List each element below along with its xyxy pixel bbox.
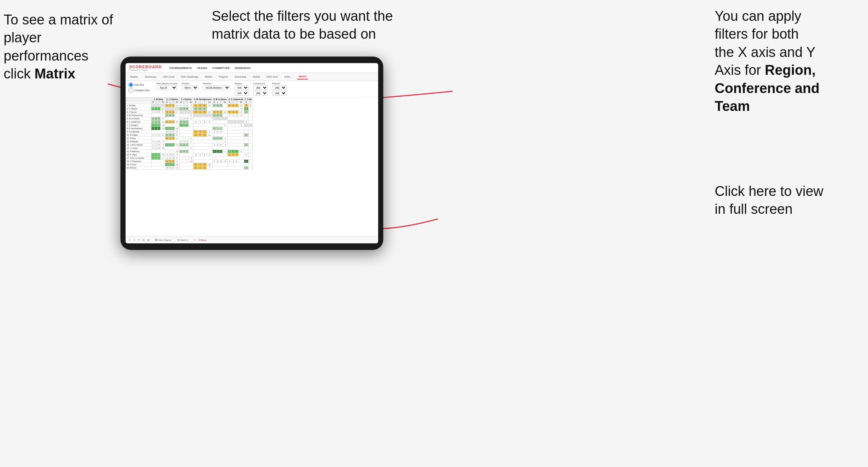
region-select-top[interactable]: N/A — [235, 85, 249, 90]
cell-t: 0 — [235, 114, 238, 117]
gender-select[interactable]: Men's — [182, 85, 199, 90]
cell-l: 2 — [169, 104, 172, 107]
players-select-bottom[interactable]: (All) — [272, 91, 287, 96]
cell-dif: 24 — [174, 120, 179, 124]
conference-select-bottom[interactable]: (All) — [253, 91, 268, 96]
cell-w: 1 — [212, 104, 216, 107]
cell-dif: 11 — [207, 134, 212, 137]
cell-l: 1 — [198, 163, 203, 166]
cell-dif: -48 — [161, 127, 165, 130]
sh-w6: W — [228, 101, 232, 104]
cell-w: 1 — [165, 134, 169, 137]
header-mthor: 4. M Thorbjornsen — [193, 98, 212, 101]
cell-dif — [189, 143, 193, 147]
division-select[interactable]: NCAA Division I — [203, 85, 230, 90]
tab-h2h-more[interactable]: H2H... — [283, 74, 293, 79]
cell-empty — [151, 163, 165, 166]
cell-dif: -19 — [174, 143, 179, 147]
toolbar-undo[interactable]: ↩ — [128, 239, 130, 241]
toolbar-layout[interactable]: ⊞ — [147, 239, 149, 241]
player-name-cell: 10. B Valdes — [126, 134, 151, 137]
cell-l — [216, 124, 219, 127]
sh-l2: L — [169, 101, 172, 104]
cell-empty — [212, 107, 227, 111]
cell-l: 1 — [155, 147, 158, 150]
full-view-label[interactable]: Full View — [128, 82, 150, 87]
cell-w: 0 — [193, 166, 198, 170]
cell-t: 0 — [185, 124, 188, 127]
cell-t — [185, 157, 188, 160]
tab-h2h-heatmap[interactable]: H2H Heatmap — [179, 74, 200, 79]
player-name-cell: 15. P Maichon — [126, 150, 151, 153]
cell-w: 1 — [179, 107, 183, 111]
sh-d3: Dif — [189, 101, 193, 104]
cell-l: 0 — [155, 120, 158, 124]
toolbar-settings[interactable]: ⚙ — [143, 239, 145, 241]
cell-t: 0 — [172, 157, 174, 160]
cell-t: 0 — [172, 130, 174, 134]
nav-tournaments[interactable]: TOURNAMENTS — [169, 66, 192, 70]
subheader-player — [126, 101, 151, 104]
full-view-radio[interactable] — [128, 82, 133, 87]
cell-l — [249, 157, 253, 160]
cell-dif: 11 — [174, 104, 179, 107]
cell-t: 1 — [219, 130, 223, 134]
players-select-top[interactable]: (All) — [272, 85, 287, 90]
table-row: 8. P Summerhays512-48200-161 — [126, 127, 253, 130]
table-row: 9. N Gabrelcik00000101111 — [126, 130, 253, 134]
cell-dif — [238, 153, 244, 157]
cell-w: 1 — [228, 114, 232, 117]
cell-l: 1 — [155, 143, 158, 147]
tab-matrix[interactable]: Matrix — [203, 74, 214, 79]
table-row: 1. W Ding12011110-2120171000101302 — [126, 104, 253, 107]
cell-w — [179, 137, 183, 140]
ann-rt-b3: Team — [715, 99, 750, 114]
cell-t: 0 — [185, 140, 188, 143]
cell-dif: 6 — [207, 120, 212, 124]
tab-h2h-grid2[interactable]: H2H Grid — [265, 74, 279, 79]
cell-t: 1 — [172, 134, 174, 137]
sh-d1: Dif — [161, 101, 165, 104]
tab-teams[interactable]: Teams — [128, 74, 139, 79]
sh-w3: W — [179, 101, 183, 104]
region-select-bottom[interactable]: N/A — [235, 91, 249, 96]
toolbar-redo[interactable]: ↪ — [133, 239, 135, 241]
cell-w: 1 — [165, 157, 169, 160]
nav-teams[interactable]: TEAMS — [197, 66, 207, 70]
cell-t: 0 — [219, 143, 223, 147]
tab-h2h-grid[interactable]: H2H Grid — [161, 74, 176, 79]
toolbar-refresh[interactable]: ⟳ — [138, 239, 140, 241]
toolbar-watch[interactable]: 👁 Watch ▾ — [177, 239, 188, 241]
cell-l — [249, 150, 253, 153]
cell-l — [231, 107, 235, 111]
cell-t: 1 — [219, 114, 223, 117]
cell-t: 0 — [219, 137, 223, 140]
max-players-select[interactable]: Top 25 — [157, 85, 177, 90]
cell-l — [249, 160, 253, 163]
cell-l: 2 — [216, 143, 219, 147]
toolbar-screen[interactable]: ⛶ — [194, 239, 196, 241]
cell-l: 1 — [169, 137, 172, 140]
compact-view-label[interactable]: Compact View — [128, 88, 150, 93]
header-player — [126, 98, 151, 101]
cell-t: 0 — [158, 157, 161, 160]
tab-summary[interactable]: Summary — [143, 74, 158, 79]
tab-matrix-active[interactable]: Matrix — [297, 74, 308, 80]
sh-w5: W — [212, 101, 216, 104]
nav-committee[interactable]: COMMITTEE — [212, 66, 230, 70]
cell-l: 1 — [198, 134, 203, 137]
conference-select-top[interactable]: (All) — [253, 85, 268, 90]
tab-players[interactable]: Players — [217, 74, 229, 79]
cell-w — [165, 150, 169, 153]
toolbar-share[interactable]: ⤴ Share — [199, 239, 207, 241]
tab-detail[interactable]: Detail — [251, 74, 261, 79]
compact-view-radio[interactable] — [128, 88, 133, 93]
cell-l: 1 — [216, 150, 219, 153]
cell-t: 0 — [202, 104, 207, 107]
nav-rankings[interactable]: RANKINGS — [235, 66, 251, 70]
cell-dif: 0 — [174, 160, 179, 163]
bottom-toolbar: ↩ ↪ ⟳ ⚙ ⊞ 🖼 View: Original 👁 Watch ▾ ⛶ ⤴… — [126, 236, 378, 243]
cell-w: 4 — [244, 160, 249, 163]
cell-l — [249, 111, 253, 114]
tab-summary2[interactable]: Summary — [233, 74, 247, 79]
